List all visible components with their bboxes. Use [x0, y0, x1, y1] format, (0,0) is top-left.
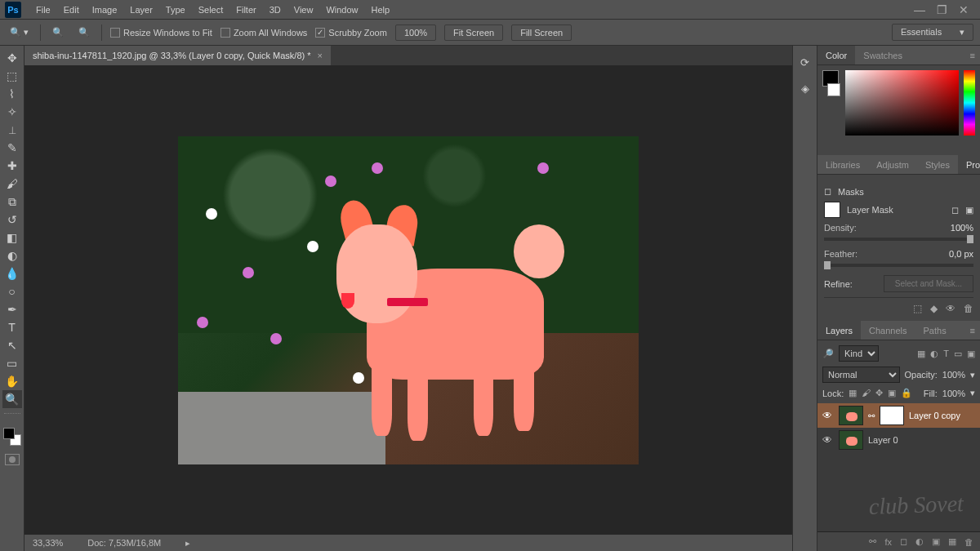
document-tab[interactable]: shiba-inu-1147811_1920.jpg @ 33,3% (Laye… — [24, 46, 331, 65]
eraser-tool[interactable]: ◧ — [2, 229, 22, 247]
mask-thumbnail[interactable] — [880, 406, 904, 425]
tab-paths[interactable]: Paths — [915, 321, 955, 340]
menu-filter[interactable]: Filter — [229, 5, 262, 15]
zoom-tool-icon[interactable]: 🔍 ▾ — [7, 25, 32, 39]
quick-mask-toggle[interactable] — [5, 454, 20, 465]
add-mask-icon[interactable]: ◻ — [900, 536, 907, 547]
layer-thumbnail[interactable] — [839, 406, 863, 425]
type-tool[interactable]: T — [2, 318, 22, 336]
link-layers-icon[interactable]: ⚯ — [869, 536, 876, 547]
crop-tool[interactable]: ⟂ — [2, 121, 22, 139]
zoom-all-checkbox[interactable]: Zoom All Windows — [220, 28, 307, 38]
foreground-background-swatch[interactable] — [3, 428, 21, 446]
zoom-in-icon[interactable]: 🔍 — [49, 25, 67, 39]
marquee-tool[interactable]: ⬚ — [2, 67, 22, 85]
workspace-switcher[interactable]: Essentials▾ — [892, 24, 973, 41]
lock-pixels-icon[interactable]: 🖌 — [862, 388, 871, 398]
menu-3d[interactable]: 3D — [263, 5, 287, 15]
hue-slider[interactable] — [964, 70, 975, 136]
color-picker-field[interactable] — [845, 70, 959, 136]
filter-pixel-icon[interactable]: ▦ — [917, 349, 925, 359]
dodge-tool[interactable]: ○ — [2, 282, 22, 300]
layer-row[interactable]: 👁⚯Layer 0 copy — [817, 403, 980, 428]
density-value[interactable]: 100% — [951, 223, 973, 233]
load-selection-icon[interactable]: ⬚ — [913, 303, 922, 314]
foreground-color-swatch[interactable] — [3, 428, 15, 439]
visibility-icon[interactable]: 👁 — [822, 410, 834, 421]
new-adjustment-icon[interactable]: ◐ — [915, 536, 924, 547]
hand-tool[interactable]: ✋ — [2, 372, 22, 390]
panel-menu-icon[interactable]: ≡ — [965, 51, 980, 60]
pixel-mask-icon[interactable]: ◻ — [951, 205, 959, 216]
scrubby-zoom-checkbox[interactable]: ✓Scrubby Zoom — [315, 28, 387, 38]
filter-adjust-icon[interactable]: ◐ — [930, 349, 938, 359]
tab-color[interactable]: Color — [817, 46, 855, 64]
toggle-mask-icon[interactable]: 👁 — [946, 303, 956, 314]
zoom-level[interactable]: 33,33% — [33, 538, 63, 548]
tab-properties[interactable]: Properties — [958, 155, 980, 174]
zoom-out-icon[interactable]: 🔍 — [75, 25, 93, 39]
menu-image[interactable]: Image — [86, 5, 124, 15]
new-group-icon[interactable]: ▣ — [932, 536, 940, 547]
status-chevron-icon[interactable]: ▸ — [185, 538, 190, 549]
feather-value[interactable]: 0,0 px — [949, 249, 973, 259]
tab-libraries[interactable]: Libraries — [817, 155, 868, 174]
tab-layers[interactable]: Layers — [817, 321, 861, 340]
apply-mask-icon[interactable]: ◆ — [930, 303, 938, 314]
tab-channels[interactable]: Channels — [861, 321, 915, 340]
density-slider[interactable] — [824, 238, 973, 241]
new-layer-icon[interactable]: ▦ — [948, 536, 956, 547]
path-tool[interactable]: ↖ — [2, 336, 22, 354]
menu-edit[interactable]: Edit — [57, 5, 86, 15]
move-tool[interactable]: ✥ — [2, 49, 22, 67]
shape-tool[interactable]: ▭ — [2, 354, 22, 372]
lock-artboard-icon[interactable]: ▣ — [888, 388, 896, 398]
menu-layer[interactable]: Layer — [123, 5, 159, 15]
layer-name[interactable]: Layer 0 copy — [909, 411, 960, 420]
fill-value[interactable]: 100% — [942, 389, 965, 398]
color-bg-swatch[interactable] — [827, 83, 840, 96]
chevron-down-icon[interactable]: ▾ — [970, 388, 975, 398]
menu-window[interactable]: Window — [319, 5, 364, 15]
filter-type-icon[interactable]: T — [943, 349, 949, 359]
vector-mask-icon[interactable]: ▣ — [965, 205, 973, 216]
layer-thumbnail[interactable] — [839, 430, 863, 450]
history-panel-icon[interactable]: ⟳ — [797, 54, 813, 70]
mask-link-icon[interactable]: ⚯ — [868, 411, 875, 420]
gradient-tool[interactable]: ◐ — [2, 247, 22, 264]
blur-tool[interactable]: 💧 — [2, 264, 22, 282]
maximize-button[interactable]: ❐ — [937, 3, 947, 16]
minimize-button[interactable]: — — [914, 3, 925, 16]
chevron-down-icon[interactable]: ▾ — [970, 370, 975, 380]
pen-tool[interactable]: ✒ — [2, 300, 22, 318]
zoom-100-button[interactable]: 100% — [395, 24, 436, 41]
canvas[interactable] — [24, 65, 792, 535]
filter-icon[interactable]: 🔎 — [822, 349, 834, 359]
layer-fx-icon[interactable]: fx — [884, 537, 892, 547]
stamp-tool[interactable]: ⧉ — [2, 193, 22, 211]
filter-smart-icon[interactable]: ▣ — [967, 349, 975, 359]
mask-thumbnail[interactable] — [824, 202, 840, 218]
delete-layer-icon[interactable]: 🗑 — [964, 537, 973, 547]
filter-shape-icon[interactable]: ▭ — [954, 349, 962, 359]
zoom-tool[interactable]: 🔍 — [2, 390, 22, 408]
wand-tool[interactable]: ✧ — [2, 103, 22, 121]
feather-slider[interactable] — [824, 264, 973, 267]
lock-transparency-icon[interactable]: ▦ — [849, 388, 857, 398]
menu-type[interactable]: Type — [159, 5, 192, 15]
close-button[interactable]: ✕ — [959, 3, 969, 16]
layer-name[interactable]: Layer 0 — [868, 435, 898, 445]
menu-view[interactable]: View — [287, 5, 320, 15]
delete-mask-icon[interactable]: 🗑 — [964, 303, 973, 314]
panel-menu-icon[interactable]: ≡ — [965, 326, 980, 335]
close-tab-icon[interactable]: × — [318, 51, 323, 60]
tab-styles[interactable]: Styles — [917, 155, 958, 174]
lasso-tool[interactable]: ⌇ — [2, 85, 22, 103]
layer-row[interactable]: 👁Layer 0 — [817, 428, 980, 452]
layer-filter-kind[interactable]: Kind — [839, 345, 879, 362]
brush-tool[interactable]: 🖌 — [2, 175, 22, 193]
menu-help[interactable]: Help — [365, 5, 397, 15]
heal-tool[interactable]: ✚ — [2, 157, 22, 175]
opacity-value[interactable]: 100% — [942, 370, 965, 380]
menu-select[interactable]: Select — [192, 5, 230, 15]
